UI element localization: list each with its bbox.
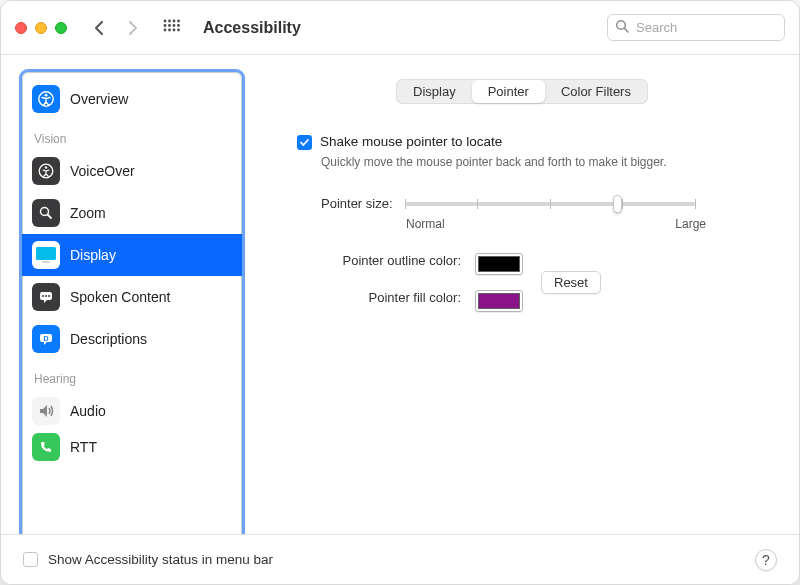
sidebar-item-label: Spoken Content [70, 289, 170, 305]
pointer-outline-color-label: Pointer outline color: [342, 253, 461, 268]
pointer-size-legend: Normal Large [406, 217, 706, 231]
zoom-icon [32, 199, 60, 227]
pointer-fill-color-well[interactable] [475, 290, 523, 312]
svg-point-0 [164, 19, 167, 22]
sidebar-item-spoken-content[interactable]: Spoken Content [22, 276, 242, 318]
svg-line-13 [624, 28, 628, 32]
svg-point-11 [177, 28, 180, 31]
svg-point-17 [45, 166, 47, 168]
pointer-size-slider[interactable] [405, 202, 695, 206]
sidebar-item-descriptions[interactable]: D Descriptions [22, 318, 242, 360]
sidebar-item-overview[interactable]: Overview [22, 78, 242, 120]
spoken-content-icon [32, 283, 60, 311]
titlebar: Accessibility [1, 1, 799, 55]
sidebar-item-label: Overview [70, 91, 128, 107]
show-status-menubar-label: Show Accessibility status in menu bar [48, 552, 755, 567]
show-all-button[interactable] [161, 17, 183, 39]
svg-rect-20 [36, 247, 56, 260]
search-icon [615, 19, 630, 38]
svg-point-3 [177, 19, 180, 22]
display-icon [32, 241, 60, 269]
svg-point-5 [168, 24, 171, 27]
tab-pointer[interactable]: Pointer [472, 80, 545, 103]
pointer-size-row: Pointer size: [321, 196, 753, 211]
svg-point-15 [45, 94, 48, 97]
pointer-size-min-label: Normal [406, 217, 445, 231]
sidebar-item-rtt[interactable]: RTT [22, 432, 242, 462]
tab-bar: Display Pointer Color Filters [396, 79, 648, 104]
sidebar-item-label: Audio [70, 403, 106, 419]
show-status-menubar-checkbox[interactable] [23, 552, 38, 567]
sidebar-item-label: Display [70, 247, 116, 263]
svg-line-19 [48, 215, 52, 219]
slider-thumb[interactable] [613, 195, 622, 213]
shake-to-locate-label: Shake mouse pointer to locate [320, 134, 502, 149]
svg-point-24 [45, 295, 47, 297]
accessibility-icon [32, 85, 60, 113]
svg-point-9 [168, 28, 171, 31]
shake-to-locate-checkbox[interactable] [297, 135, 312, 150]
shake-to-locate-row: Shake mouse pointer to locate [297, 134, 753, 150]
audio-icon [32, 397, 60, 425]
sidebar-item-label: VoiceOver [70, 163, 135, 179]
shake-to-locate-description: Quickly move the mouse pointer back and … [321, 154, 691, 170]
svg-point-2 [173, 19, 176, 22]
pointer-color-swatches [475, 253, 523, 312]
svg-text:D: D [43, 335, 48, 342]
pointer-outline-color-well[interactable] [475, 253, 523, 275]
svg-point-1 [168, 19, 171, 22]
sidebar-item-display[interactable]: Display [22, 234, 242, 276]
svg-point-6 [173, 24, 176, 27]
sidebar-item-label: Descriptions [70, 331, 147, 347]
close-button[interactable] [15, 22, 27, 34]
svg-point-25 [48, 295, 50, 297]
zoom-button[interactable] [55, 22, 67, 34]
tab-color-filters[interactable]: Color Filters [545, 80, 647, 103]
pointer-size-label: Pointer size: [321, 196, 393, 211]
sidebar-item-audio[interactable]: Audio [22, 390, 242, 432]
pointer-color-section: Pointer outline color: Pointer fill colo… [291, 253, 753, 312]
svg-point-4 [164, 24, 167, 27]
sidebar-section-hearing: Hearing [22, 360, 242, 390]
voiceover-icon [32, 157, 60, 185]
sidebar-item-label: Zoom [70, 205, 106, 221]
sidebar-item-voiceover[interactable]: VoiceOver [22, 150, 242, 192]
search-input[interactable] [607, 14, 785, 41]
nav-back-button[interactable] [87, 16, 111, 40]
svg-point-10 [173, 28, 176, 31]
tab-display[interactable]: Display [397, 80, 472, 103]
window-body: Overview Vision VoiceOver Zoom Displa [1, 55, 799, 584]
reset-button[interactable]: Reset [541, 271, 601, 294]
accessibility-window: Accessibility Overview Vision VoiceOver [0, 0, 800, 585]
svg-point-23 [42, 295, 44, 297]
pointer-color-labels: Pointer outline color: Pointer fill colo… [291, 253, 461, 305]
svg-point-7 [177, 24, 180, 27]
window-title: Accessibility [203, 19, 597, 37]
sidebar-section-vision: Vision [22, 120, 242, 150]
pointer-fill-color-label: Pointer fill color: [369, 290, 461, 305]
svg-point-8 [164, 28, 167, 31]
sidebar-item-zoom[interactable]: Zoom [22, 192, 242, 234]
window-footer: Show Accessibility status in menu bar ? [1, 534, 799, 584]
search-field-wrap [607, 14, 785, 41]
pointer-size-max-label: Large [675, 217, 706, 231]
rtt-icon [32, 433, 60, 461]
sidebar[interactable]: Overview Vision VoiceOver Zoom Displa [19, 69, 245, 584]
descriptions-icon: D [32, 325, 60, 353]
pointer-settings: Shake mouse pointer to locate Quickly mo… [281, 134, 763, 312]
minimize-button[interactable] [35, 22, 47, 34]
window-controls [15, 22, 67, 34]
content-pane: Display Pointer Color Filters Shake mous… [263, 69, 781, 584]
svg-rect-21 [42, 261, 50, 263]
help-button[interactable]: ? [755, 549, 777, 571]
sidebar-item-label: RTT [70, 439, 97, 455]
nav-forward-button[interactable] [121, 16, 145, 40]
